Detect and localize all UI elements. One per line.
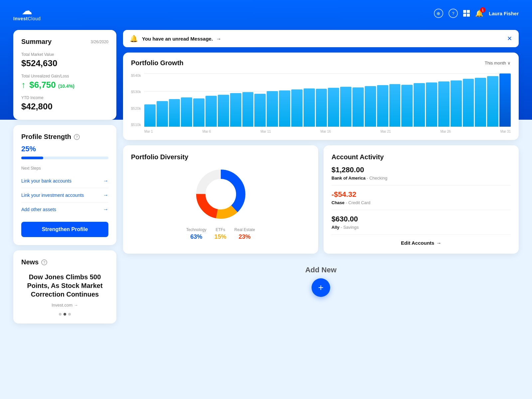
unrealized-gain-value: ↑ $6,750 (10.4%) — [21, 80, 108, 90]
chart-bar-20 — [389, 84, 401, 127]
y-label-4: $540k — [131, 73, 141, 77]
chart-bar-2 — [169, 99, 180, 127]
logo-text: InvestCloud — [13, 16, 41, 21]
chart-bar-27 — [475, 78, 486, 127]
chart-bar-22 — [414, 83, 425, 127]
x-label-5: Mar 21 — [380, 130, 391, 133]
step-assets-arrow: → — [103, 206, 108, 212]
step-invest-arrow: → — [103, 192, 108, 198]
notification-bar: 🔔 You have an unread Message. → ✕ — [123, 30, 519, 47]
strengthen-profile-button[interactable]: Strengthen Profile — [21, 222, 108, 237]
step-other-assets[interactable]: Add other assets → — [21, 202, 108, 216]
portfolio-growth-filter[interactable]: This month ∨ — [485, 61, 511, 66]
summary-header: Summary 3/26/2020 — [21, 38, 108, 46]
add-new-label: Add New — [305, 266, 336, 274]
chart-bar-11 — [279, 90, 290, 127]
x-label-2: Mar 6 — [202, 130, 211, 133]
chart-bar-19 — [377, 85, 388, 127]
chevron-down-icon: ∨ — [507, 61, 511, 66]
portfolio-growth-chart: $540k $530k $520k $510k Mar 1 Mar 6 Mar … — [131, 73, 511, 133]
chart-bar-23 — [426, 82, 437, 127]
news-dot-3[interactable] — [68, 313, 71, 316]
y-label-2: $520k — [131, 106, 141, 110]
notif-bell-icon: 🔔 — [130, 35, 138, 43]
summary-date: 3/26/2020 — [91, 40, 108, 44]
strength-help-icon[interactable]: ? — [74, 134, 80, 140]
legend-real-estate: Real Estate 23% — [234, 227, 255, 240]
progress-bar-fill — [21, 157, 43, 159]
header: ☁ InvestCloud ⊕ ? 🔔 1 Laura Fisher — [0, 0, 532, 27]
notification-badge: 1 — [480, 7, 485, 13]
chart-bar-10 — [267, 91, 278, 127]
diversity-title: Portfolio Diversity — [131, 153, 188, 161]
account-activity-card: Account Activity $1,280.00 Bank of Ameri… — [324, 145, 519, 254]
chart-bar-26 — [463, 79, 474, 127]
x-label-6: Mar 26 — [441, 130, 451, 133]
legend-etfs-label: ETFs — [214, 227, 226, 232]
x-label-7: Mar 31 — [500, 130, 511, 133]
ytd-income-label: YTD Income — [21, 95, 108, 100]
right-column: 🔔 You have an unread Message. → ✕ Portfo… — [123, 30, 519, 324]
legend-tech-label: Technology — [186, 227, 206, 232]
chart-bar-6 — [218, 95, 229, 127]
news-dot-1[interactable] — [59, 313, 62, 316]
step-bank-arrow: → — [103, 178, 108, 184]
news-title: News — [21, 258, 39, 266]
plus-icon: + — [318, 282, 324, 293]
legend-tech-pct: 63% — [186, 233, 206, 240]
legend-re-pct: 23% — [234, 233, 255, 240]
chart-bar-24 — [438, 81, 450, 127]
diversity-legend: Technology 63% ETFs 15% Real Estate 23% — [131, 227, 310, 240]
x-label-3: Mar 11 — [261, 130, 271, 133]
chart-bar-17 — [352, 87, 364, 127]
news-help-icon[interactable]: ? — [41, 259, 47, 265]
news-dots — [21, 313, 108, 316]
chart-x-labels: Mar 1 Mar 6 Mar 11 Mar 16 Mar 21 Mar 26 … — [144, 130, 511, 133]
help-icon[interactable]: ? — [449, 9, 458, 18]
next-steps-label: Next Steps — [21, 166, 108, 171]
portfolio-growth-card: Portfolio Growth This month ∨ $540k $530… — [123, 53, 519, 140]
step-investment-accounts[interactable]: Link your investment accounts → — [21, 188, 108, 202]
logo: ☁ InvestCloud — [13, 5, 41, 21]
activity-item-3: $630.00 Ally - Savings — [332, 210, 511, 235]
news-card: News ? Dow Jones Climbs 500 Points, As S… — [13, 250, 116, 324]
step-bank-accounts[interactable]: Link your bank accounts → — [21, 174, 108, 188]
strength-title: Profile Strength — [21, 133, 71, 141]
activity-item-1: $1,280.00 Bank of America - Checking — [332, 161, 511, 186]
activity-amount-2: -$54.32 — [332, 190, 511, 199]
up-arrow-icon: ↑ — [21, 80, 26, 90]
apps-icon[interactable] — [463, 10, 470, 17]
chart-bar-5 — [205, 96, 217, 127]
portfolio-diversity-card: Portfolio Diversity Tech — [123, 145, 318, 254]
main-content: Summary 3/26/2020 Total Market Value $52… — [0, 27, 532, 337]
notif-left: 🔔 You have an unread Message. → — [130, 35, 221, 43]
add-new-section: Add New + — [123, 259, 519, 304]
left-column: Summary 3/26/2020 Total Market Value $52… — [13, 30, 116, 324]
chart-bar-29 — [499, 73, 511, 127]
chart-bar-25 — [451, 80, 462, 127]
news-dot-2[interactable] — [64, 313, 66, 316]
portfolio-growth-title: Portfolio Growth — [131, 59, 184, 67]
legend-etfs: ETFs 15% — [214, 227, 226, 240]
chart-bar-3 — [181, 97, 192, 127]
chart-grid — [144, 73, 511, 127]
activity-amount-3: $630.00 — [332, 215, 511, 223]
progress-bar-bg — [21, 157, 108, 159]
chart-bar-4 — [193, 98, 204, 127]
add-new-button[interactable]: + — [312, 278, 330, 297]
notif-message: You have an unread Message. → — [142, 36, 221, 42]
strength-header: Profile Strength ? — [21, 133, 108, 141]
notification-icon[interactable]: 🔔 1 — [475, 9, 483, 17]
chart-bar-9 — [254, 94, 266, 127]
activity-detail-3: Ally - Savings — [332, 225, 511, 230]
chart-bar-16 — [340, 87, 351, 127]
chart-bar-1 — [157, 101, 168, 127]
x-label-1: Mar 1 — [144, 130, 153, 133]
chart-bar-0 — [144, 104, 156, 127]
notif-close-button[interactable]: ✕ — [507, 35, 512, 42]
settings-icon[interactable]: ⊕ — [434, 9, 443, 18]
gain-pct: (10.4%) — [58, 83, 74, 89]
donut-chart — [194, 168, 247, 221]
edit-accounts-link[interactable]: Edit Accounts → — [332, 240, 511, 246]
profile-strength-card: Profile Strength ? 25% Next Steps Link y… — [13, 125, 116, 245]
